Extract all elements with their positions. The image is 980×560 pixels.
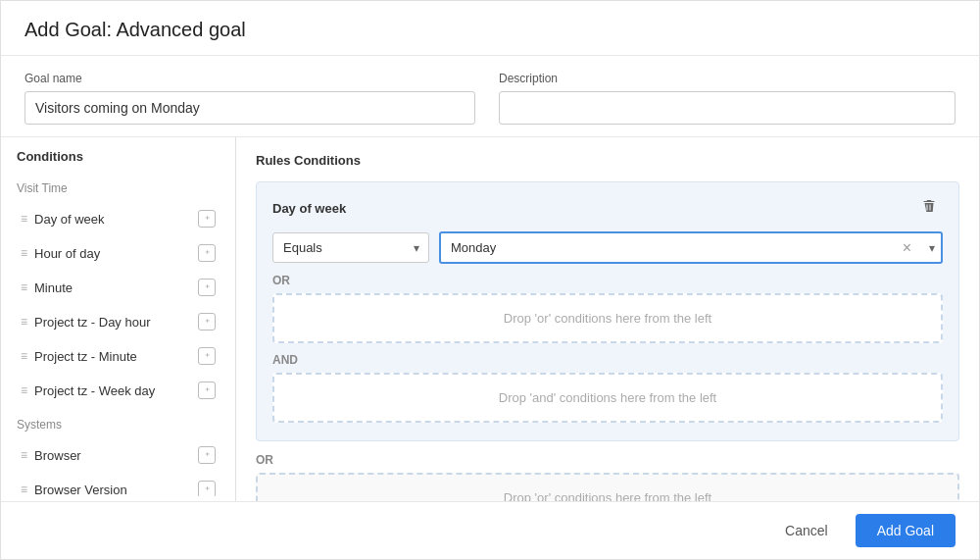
condition-label: Hour of day xyxy=(34,246,100,261)
condition-item-day-of-week[interactable]: ≡ Day of week ⁺ xyxy=(7,202,229,235)
rules-header: Rules Conditions xyxy=(256,153,959,168)
condition-label: Day of week xyxy=(34,212,105,227)
condition-item-browser[interactable]: ≡ Browser ⁺ xyxy=(7,438,229,472)
outer-or-drop-zone: Drop 'or' conditions here from the left xyxy=(256,473,959,501)
and-drop-zone: Drop 'and' conditions here from the left xyxy=(272,373,943,423)
conditions-title: Conditions xyxy=(17,149,83,164)
drag-handle-icon: ≡ xyxy=(21,315,26,329)
drag-handle-icon: ≡ xyxy=(21,212,26,226)
page-title: Add Goal: Advanced goal xyxy=(24,19,956,41)
rules-panel: Rules Conditions Day of week Equals xyxy=(236,137,979,501)
add-goal-button[interactable]: Add Goal xyxy=(856,514,956,547)
drag-handle-icon: ≡ xyxy=(21,246,26,260)
description-label: Description xyxy=(499,72,956,85)
main-content: Conditions Visit Time ≡ Day of week ⁺ ≡ … xyxy=(1,137,979,501)
info-icon[interactable]: ⁺ xyxy=(198,382,216,399)
conditions-header: Conditions xyxy=(1,137,235,172)
info-icon[interactable]: ⁺ xyxy=(198,279,216,296)
description-group: Description xyxy=(499,72,956,125)
inner-or-drop-zone: Drop 'or' conditions here from the left xyxy=(272,293,943,343)
operator-select-wrapper: Equals Not equals Contains xyxy=(272,232,429,263)
outer-or-label: OR xyxy=(256,453,959,467)
conditions-scroll: Visit Time ≡ Day of week ⁺ ≡ Hour of day… xyxy=(1,172,235,496)
rule-condition-row: Equals Not equals Contains Monday Tuesda… xyxy=(272,231,943,264)
drag-handle-icon: ≡ xyxy=(21,483,26,496)
page-header: Add Goal: Advanced goal xyxy=(1,1,979,56)
form-section: Goal name Description xyxy=(1,56,979,137)
conditions-panel: Conditions Visit Time ≡ Day of week ⁺ ≡ … xyxy=(1,137,236,501)
goal-name-input[interactable] xyxy=(24,91,475,125)
systems-label: Systems xyxy=(1,408,235,437)
condition-label: Browser Version xyxy=(34,483,127,497)
info-icon[interactable]: ⁺ xyxy=(198,481,216,496)
condition-label: Project tz - Day hour xyxy=(34,315,151,330)
cancel-button[interactable]: Cancel xyxy=(769,515,844,546)
drag-handle-icon: ≡ xyxy=(21,448,26,462)
condition-item-browser-version[interactable]: ≡ Browser Version ⁺ xyxy=(7,473,229,496)
info-icon[interactable]: ⁺ xyxy=(198,313,216,331)
condition-item-hour-of-day[interactable]: ≡ Hour of day ⁺ xyxy=(7,236,229,270)
drag-handle-icon: ≡ xyxy=(21,383,26,397)
condition-item-minute[interactable]: ≡ Minute ⁺ xyxy=(7,271,229,304)
value-select[interactable]: Monday Tuesday Wednesday Thursday Friday… xyxy=(439,231,943,264)
info-icon[interactable]: ⁺ xyxy=(198,347,216,365)
drag-handle-icon: ≡ xyxy=(21,280,26,294)
info-icon[interactable]: ⁺ xyxy=(198,244,216,262)
and-drop-hint: Drop 'and' conditions here from the left xyxy=(499,390,716,405)
value-select-wrapper: Monday Tuesday Wednesday Thursday Friday… xyxy=(439,231,943,264)
inner-or-label: OR xyxy=(272,274,943,287)
info-icon[interactable]: ⁺ xyxy=(198,210,216,228)
condition-label: Minute xyxy=(34,280,73,295)
condition-label: Browser xyxy=(34,448,81,463)
drag-handle-icon: ≡ xyxy=(21,349,26,363)
goal-name-group: Goal name xyxy=(24,72,475,125)
condition-label: Project tz - Minute xyxy=(34,349,137,364)
rule-delete-button[interactable] xyxy=(915,196,943,220)
and-label: AND xyxy=(272,353,943,367)
condition-item-project-tz-minute[interactable]: ≡ Project tz - Minute ⁺ xyxy=(7,339,229,373)
operator-select[interactable]: Equals Not equals Contains xyxy=(272,232,429,263)
condition-item-project-tz-day-hour[interactable]: ≡ Project tz - Day hour ⁺ xyxy=(7,305,229,338)
page-footer: Cancel Add Goal xyxy=(1,501,979,559)
condition-item-project-tz-week-day[interactable]: ≡ Project tz - Week day ⁺ xyxy=(7,374,229,407)
outer-or-drop-hint: Drop 'or' conditions here from the left xyxy=(504,490,711,501)
info-icon[interactable]: ⁺ xyxy=(198,446,216,464)
description-input[interactable] xyxy=(499,91,956,125)
value-clear-button[interactable]: × xyxy=(899,239,915,257)
inner-or-drop-hint: Drop 'or' conditions here from the left xyxy=(504,311,711,326)
rule-block-day-of-week: Day of week Equals Not equals Contains xyxy=(256,181,959,441)
rule-block-title: Day of week xyxy=(272,201,346,216)
visit-time-label: Visit Time xyxy=(1,172,235,201)
goal-name-label: Goal name xyxy=(24,72,475,85)
rule-block-header: Day of week xyxy=(272,196,943,220)
condition-label: Project tz - Week day xyxy=(34,383,155,398)
